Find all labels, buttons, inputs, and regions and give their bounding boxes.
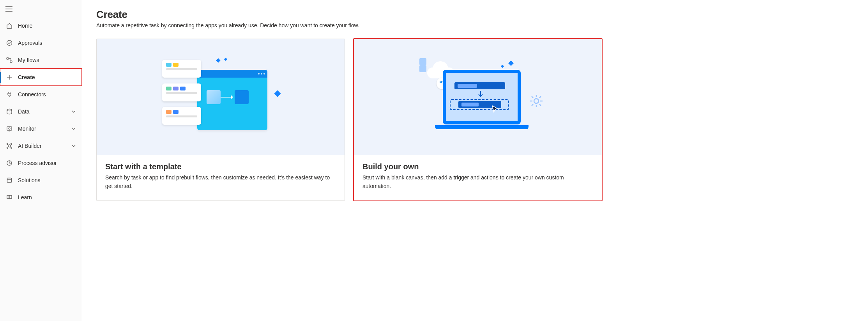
svg-point-13: [11, 144, 12, 145]
sidebar-item-label: AI Builder: [18, 143, 66, 149]
svg-point-15: [11, 147, 12, 149]
card-description: Search by task or app to find prebuilt f…: [105, 174, 336, 190]
sidebar-item-data[interactable]: Data: [0, 103, 82, 120]
svg-point-3: [7, 41, 12, 46]
main-content: Create Automate a repetitive task by con…: [82, 0, 868, 321]
svg-point-12: [7, 144, 8, 145]
svg-rect-9: [7, 127, 12, 130]
myflows-icon: [5, 56, 13, 64]
sidebar-item-process-advisor[interactable]: Process advisor: [0, 154, 82, 172]
sidebar-item-monitor[interactable]: Monitor: [0, 120, 82, 137]
sidebar-item-ai-builder[interactable]: AI Builder: [0, 137, 82, 154]
svg-rect-5: [10, 61, 12, 62]
svg-line-30: [532, 104, 533, 106]
sidebar-item-solutions[interactable]: Solutions: [0, 172, 82, 189]
sidebar-item-label: Monitor: [18, 126, 66, 132]
sidebar-item-label: Approvals: [18, 40, 76, 46]
sidebar-item-approvals[interactable]: Approvals: [0, 34, 82, 51]
chevron-down-icon: [71, 126, 76, 131]
process-advisor-icon: [5, 159, 13, 167]
page-title: Create: [96, 9, 854, 21]
connectors-icon: [5, 90, 13, 98]
svg-rect-4: [7, 58, 9, 59]
card-description: Start with a blank canvas, then add a tr…: [362, 174, 593, 190]
approvals-icon: [5, 39, 13, 47]
sidebar-item-create[interactable]: Create: [0, 69, 82, 86]
svg-line-29: [539, 96, 541, 98]
learn-icon: [5, 193, 13, 201]
data-icon: [5, 108, 13, 115]
page-subtitle: Automate a repetitive task by connecting…: [96, 22, 854, 28]
card-title: Start with a template: [105, 162, 336, 171]
sidebar-item-my-flows[interactable]: My flows: [0, 51, 82, 69]
sidebar-item-label: Learn: [18, 194, 76, 200]
cursor-icon: [491, 105, 499, 115]
svg-rect-17: [7, 178, 12, 183]
chevron-down-icon: [71, 143, 76, 149]
svg-rect-19: [440, 81, 442, 83]
card-title: Build your own: [362, 162, 593, 171]
svg-point-10: [9, 128, 10, 129]
sidebar-item-learn[interactable]: Learn: [0, 189, 82, 206]
sidebar-item-label: My flows: [18, 57, 76, 63]
hamburger-menu-button[interactable]: [0, 2, 82, 17]
template-illustration: [97, 39, 345, 155]
sidebar-item-label: Create: [18, 74, 76, 80]
card-build-your-own[interactable]: Build your own Start with a blank canvas…: [354, 39, 602, 201]
sidebar-item-label: Data: [18, 108, 66, 115]
hamburger-icon: [5, 6, 12, 12]
svg-point-8: [7, 109, 12, 111]
card-start-with-template[interactable]: Start with a template Search by task or …: [96, 39, 345, 201]
sidebar-item-label: Connectors: [18, 91, 76, 98]
sidebar-item-connectors[interactable]: Connectors: [0, 86, 82, 103]
aibuilder-icon: [5, 142, 13, 150]
sidebar-item-label: Solutions: [18, 177, 76, 183]
svg-line-27: [532, 96, 533, 98]
home-icon: [5, 22, 13, 30]
create-option-cards: Start with a template Search by task or …: [96, 39, 854, 201]
svg-point-14: [7, 147, 8, 149]
build-illustration: [354, 39, 602, 155]
solutions-icon: [5, 176, 13, 184]
sidebar: Home Approvals My flows Create Connector…: [0, 0, 82, 321]
svg-point-22: [534, 99, 539, 103]
gear-icon: [529, 94, 543, 109]
monitor-icon: [5, 125, 13, 133]
sidebar-item-label: Process advisor: [18, 160, 76, 166]
chevron-down-icon: [71, 109, 76, 114]
svg-point-11: [8, 145, 11, 147]
plus-icon: [5, 73, 13, 81]
sidebar-item-home[interactable]: Home: [0, 17, 82, 34]
svg-line-28: [539, 104, 541, 106]
sidebar-item-label: Home: [18, 23, 76, 29]
